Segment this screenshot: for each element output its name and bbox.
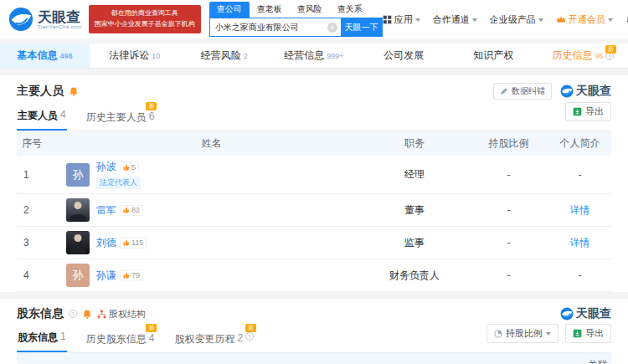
slogan-line-2: 国家中小企业发展子基金旗下机构	[95, 19, 195, 30]
nav-open-vip[interactable]: 开通会员	[556, 13, 613, 26]
tianyancha-logo[interactable]: 天眼查 TianYanCha.com	[8, 7, 82, 32]
like-badge[interactable]: 82	[120, 205, 143, 216]
avatar-photo[interactable]	[66, 198, 90, 222]
member-position: 经理	[360, 156, 469, 194]
tab-label: 知识产权	[473, 49, 513, 63]
tab-legal-litigation[interactable]: 法律诉讼 10	[90, 44, 179, 68]
help-icon[interactable]: ?	[69, 310, 77, 318]
tianyancha-watermark: 天眼查	[560, 84, 611, 99]
pie-chart-icon	[494, 330, 502, 338]
top-header: 天眼查 TianYanCha.com 都在用的商业查询工具 国家中小企业发展子基…	[0, 0, 628, 38]
member-name-link[interactable]: 孙波	[96, 160, 116, 174]
watermark-label: 天眼查	[576, 306, 611, 321]
member-profile: -	[548, 156, 611, 194]
monitor-bell-icon[interactable]	[69, 86, 79, 97]
chevron-down-icon	[538, 18, 543, 22]
like-badge[interactable]: 115	[120, 238, 147, 249]
subtab-label: 历史股东信息	[86, 332, 147, 346]
data-correction-button[interactable]: 数据纠错	[493, 83, 552, 100]
row-index: 2	[17, 194, 63, 227]
subtab-label: 历史主要人员	[86, 110, 147, 125]
tianyancha-logo-icon	[560, 307, 574, 320]
row-index: 4	[17, 259, 63, 292]
avatar[interactable]: 孙	[66, 264, 90, 287]
member-detail-link[interactable]: 详情	[570, 237, 590, 249]
tianyancha-logo-icon	[560, 85, 574, 98]
row-index: 1	[17, 156, 63, 194]
equity-structure-link[interactable]: 股权结构	[97, 308, 146, 320]
search-input[interactable]	[209, 18, 341, 37]
like-count: 115	[131, 238, 143, 247]
subtab-current-members[interactable]: 主要人员 4	[17, 106, 67, 131]
search-tab-relation[interactable]: 查关系	[330, 2, 370, 18]
subtab-count: 4	[60, 109, 66, 123]
tab-label: 经营信息	[284, 49, 324, 63]
thumb-up-icon	[123, 272, 130, 279]
new-badge: 新	[146, 102, 157, 110]
subtab-count: 6	[149, 110, 155, 125]
nav-cooperation-label: 合作通道	[433, 13, 470, 26]
tab-label: 公司发展	[383, 49, 424, 63]
member-row: 1 孙 孙波 5	[17, 156, 611, 194]
monitor-bell-icon[interactable]	[82, 309, 92, 320]
clear-search-icon[interactable]: ×	[327, 23, 337, 33]
tab-count: 498	[60, 52, 73, 60]
like-badge[interactable]: 79	[120, 270, 143, 281]
nav-enterprise-products[interactable]: 企业级产品	[490, 13, 543, 26]
tab-operation-info[interactable]: 经营信息 999+	[269, 44, 358, 68]
members-subtabs: 主要人员 4 新 历史主要人员 6	[17, 106, 611, 131]
nav-cooperation[interactable]: 合作通道	[433, 13, 477, 26]
shareholders-export-button[interactable]: 导出	[565, 324, 611, 343]
equity-structure-label: 股权结构	[109, 308, 146, 320]
members-export-button[interactable]: 导出	[565, 102, 611, 121]
export-excel-icon	[573, 107, 582, 116]
brand-domain: TianYanCha.com	[38, 24, 82, 29]
new-badge: 新	[605, 45, 616, 54]
slogan-line-1: 都在用的商业查询工具	[95, 8, 195, 19]
tab-intellectual-property[interactable]: 知识产权	[449, 44, 538, 68]
member-position: 监事	[360, 227, 469, 259]
member-name-link[interactable]: 刘德	[96, 236, 116, 250]
ratio-filter-button[interactable]: 持股比例	[486, 324, 559, 343]
new-badge: 新	[245, 324, 256, 332]
member-position: 财务负责人	[360, 259, 469, 292]
nav-apps[interactable]: 应用	[383, 13, 420, 26]
like-badge[interactable]: 5	[120, 161, 139, 172]
help-icon[interactable]: ?	[245, 332, 254, 341]
col-first-date[interactable]: 首次持股日期	[515, 353, 584, 364]
subtab-equity-change-history[interactable]: 新 股权变更历程 2 ?	[173, 330, 255, 352]
member-ratio: -	[469, 194, 548, 227]
col-no: 序号	[17, 131, 63, 156]
subtab-count: 2	[237, 332, 243, 346]
tab-label: 经营风险	[201, 49, 241, 63]
col-date[interactable]: 认缴出资日期	[445, 353, 515, 364]
tab-company-development[interactable]: 公司发展	[359, 44, 449, 68]
subtab-count: 1	[60, 331, 66, 345]
search-tab-risk[interactable]: 查风险	[290, 2, 330, 18]
col-name: 姓名	[63, 131, 360, 156]
tab-history-info[interactable]: 新 历史信息 96 ?	[538, 44, 628, 68]
col-ratio[interactable]: 持股比例	[302, 353, 362, 364]
avatar-photo[interactable]	[66, 231, 90, 254]
subtab-shareholders[interactable]: 股东信息 1	[17, 328, 67, 352]
member-name-link[interactable]: 雷军	[96, 203, 116, 218]
ratio-filter-label: 持股比例	[506, 327, 543, 340]
subtab-history-members[interactable]: 新 历史主要人员 6	[85, 108, 156, 131]
search-button[interactable]: 天眼一下	[341, 18, 383, 37]
col-amount[interactable]: 认缴出资额(万元)	[362, 353, 445, 364]
key-members-card: 主要人员 数据纠错 天眼查 主要人员	[0, 75, 628, 292]
member-detail-link[interactable]: 详情	[570, 204, 590, 216]
shareholders-card: 股东信息 ? 股权结构 天眼查 股东信息	[0, 299, 628, 364]
subtab-history-shareholders[interactable]: 新 历史股东信息 4	[85, 330, 156, 352]
search-tab-company[interactable]: 查公司	[209, 2, 250, 18]
member-position: 董事	[360, 194, 469, 227]
shareholders-table-header: 序号 股东名称 持股比例 认缴出资额(万元) 认缴出资日期 首次持股日期 关联产…	[17, 353, 611, 364]
search-tab-boss[interactable]: 查老板	[250, 2, 290, 18]
avatar[interactable]: 孙	[66, 163, 90, 187]
member-ratio: -	[469, 259, 548, 292]
col-no: 序号	[17, 353, 53, 364]
nav-apps-label: 应用	[394, 13, 413, 26]
tab-basic-info[interactable]: 基本信息 498	[0, 44, 90, 68]
member-name-link[interactable]: 孙谦	[96, 269, 116, 283]
tab-operation-risk[interactable]: 经营风险 2	[179, 44, 269, 68]
